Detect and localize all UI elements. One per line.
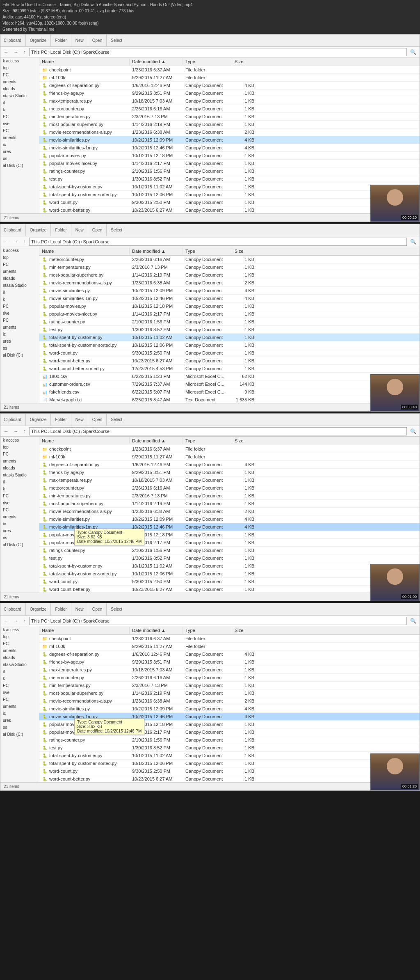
file-row[interactable]: 🐍 movie-similarities.py 10/2/2015 12:09 … xyxy=(39,705,420,713)
up-button[interactable]: ↑ xyxy=(22,49,27,55)
file-row[interactable]: 🐍 movie-similarities-1m.py 10/2/2015 12:… xyxy=(39,144,420,152)
sidebar-item-7[interactable]: k xyxy=(0,485,39,492)
file-row[interactable]: 🐍 meteorcounter.py 2/26/2016 6:16 AM Can… xyxy=(39,256,420,263)
sidebar-item-1[interactable]: top xyxy=(0,444,39,451)
sidebar-item-10[interactable]: PC xyxy=(0,127,39,134)
col-header-name[interactable]: Name xyxy=(39,627,130,634)
col-header-name[interactable]: Name xyxy=(39,248,130,254)
file-row[interactable]: 🐍 word-count.py 9/30/2015 2:50 PM Canopy… xyxy=(39,199,420,206)
sidebar-item-2[interactable]: PC xyxy=(0,71,39,78)
search-button[interactable]: 🔍 xyxy=(409,618,418,624)
file-row[interactable]: 🐍 popular-movies-nicer.py 1/14/2016 2:17… xyxy=(39,310,420,318)
file-row[interactable]: 🐍 test.py 1/30/2016 8:52 PM Canopy Docum… xyxy=(39,744,420,752)
col-header-size[interactable]: Size xyxy=(232,248,257,254)
sidebar-item-2[interactable]: PC xyxy=(0,640,39,647)
file-row[interactable]: 🐍 total-spent-by-customer-sorted.py 10/1… xyxy=(39,341,420,349)
sidebar-item-0[interactable]: k access xyxy=(0,57,39,64)
file-row[interactable]: 📊 customer-orders.csv 7/29/2015 7:37 AM … xyxy=(39,380,420,388)
sidebar-item-5[interactable]: ntasia Studio xyxy=(0,92,39,99)
sidebar-item-12[interactable]: ic xyxy=(0,710,39,717)
file-row[interactable]: 🐍 max-temperatures.py 10/18/2015 7:03 AM… xyxy=(39,97,420,105)
file-row[interactable]: 🐍 word-count-better.py 10/23/2015 6:27 A… xyxy=(39,357,420,365)
file-row[interactable]: 🐍 max-temperatures.py 10/18/2015 7:03 AM… xyxy=(39,476,420,484)
file-row[interactable]: 🐍 word-count.py 9/30/2015 2:50 PM Canopy… xyxy=(39,578,420,586)
up-button[interactable]: ↑ xyxy=(22,428,27,435)
col-header-size[interactable]: Size xyxy=(232,437,257,444)
file-row[interactable]: 🐍 min-temperatures.py 2/3/2016 7:13 PM C… xyxy=(39,113,420,121)
file-row[interactable]: 🐍 total-spent-by-customer.py 10/1/2015 1… xyxy=(39,752,420,760)
file-row[interactable]: 📁 checkpoint 1/23/2016 6:37 AM File fold… xyxy=(39,66,420,74)
sidebar-item-9[interactable]: rive xyxy=(0,310,39,317)
file-row[interactable]: 🐍 test.py 1/30/2016 8:52 PM Canopy Docum… xyxy=(39,326,420,334)
sidebar-item-7[interactable]: k xyxy=(0,675,39,682)
sidebar-item-13[interactable]: ures xyxy=(0,338,39,345)
forward-button[interactable]: → xyxy=(12,428,20,435)
file-row[interactable]: 🐍 total-spent-by-customer-sorted.py 10/1… xyxy=(39,760,420,767)
file-row[interactable]: 🐍 test.py 1/30/2016 8:52 PM Canopy Docum… xyxy=(39,175,420,183)
file-row[interactable]: 📊 fakefriends.csv 6/22/2015 5:07 PM Micr… xyxy=(39,388,420,396)
sidebar-item-14[interactable]: os xyxy=(0,345,39,352)
file-row[interactable]: 🐍 total-spent-by-customer.py 10/1/2015 1… xyxy=(39,334,420,341)
file-row[interactable]: 🐍 meteorcounter.py 2/26/2016 6:16 AM Can… xyxy=(39,674,420,682)
col-header-type[interactable]: Type xyxy=(183,58,232,65)
col-header-date[interactable]: Date modified ▲ xyxy=(130,437,183,444)
back-button[interactable]: ← xyxy=(2,618,10,624)
file-row[interactable]: 📄 Marvel-graph.txt 6/25/2015 8:47 AM Tex… xyxy=(39,396,420,403)
file-row[interactable]: 🐍 degrees-of-separation.py 1/6/2016 12:4… xyxy=(39,650,420,658)
sidebar-item-2[interactable]: PC xyxy=(0,261,39,268)
file-row[interactable]: 🐍 most-popular-superhero.py 1/14/2016 2:… xyxy=(39,689,420,697)
file-row[interactable]: 🐍 min-temperatures.py 2/3/2016 7:13 PM C… xyxy=(39,682,420,689)
breadcrumb[interactable]: This PC › Local Disk (C:) › SparkCourse xyxy=(29,427,407,435)
file-row[interactable]: 🐍 ratings-counter.py 2/10/2016 1:56 PM C… xyxy=(39,318,420,326)
file-row[interactable]: 🐍 movie-recommendations-als.py 1/23/2016… xyxy=(39,697,420,705)
sidebar-item-12[interactable]: ic xyxy=(0,520,39,527)
file-row[interactable]: 🐍 popular-movies-nicer.py 1/14/2016 2:17… xyxy=(39,160,420,167)
sidebar-item-15[interactable]: al Disk (C:) xyxy=(0,352,39,359)
sidebar-item-4[interactable]: nloads xyxy=(0,654,39,661)
sidebar-item-6[interactable]: il xyxy=(0,289,39,296)
sidebar-item-2[interactable]: PC xyxy=(0,451,39,458)
sidebar-item-6[interactable]: il xyxy=(0,668,39,675)
sidebar-item-0[interactable]: k access xyxy=(0,437,39,444)
file-row[interactable]: 🐍 word-count-better.py 10/23/2015 6:27 A… xyxy=(39,206,420,213)
col-header-size[interactable]: Size xyxy=(232,58,257,65)
sidebar-item-5[interactable]: ntasia Studio xyxy=(0,661,39,668)
file-row[interactable]: 🐍 popular-movies.py 10/1/2015 12:18 PM C… xyxy=(39,302,420,310)
search-button[interactable]: 🔍 xyxy=(409,238,418,245)
sidebar-item-8[interactable]: PC xyxy=(0,113,39,120)
file-row[interactable]: 🐍 degrees-of-separation.py 1/6/2016 12:4… xyxy=(39,461,420,469)
sidebar-item-0[interactable]: k access xyxy=(0,626,39,633)
file-row[interactable]: 📁 ml-100k 9/29/2015 11:27 AM File folder xyxy=(39,453,420,461)
breadcrumb[interactable]: This PC › Local Disk (C:) › SparkCourse xyxy=(29,238,407,246)
sidebar-item-4[interactable]: nloads xyxy=(0,275,39,282)
file-row[interactable]: 🐍 most-popular-superhero.py 1/14/2016 2:… xyxy=(39,500,420,508)
file-row[interactable]: 🐍 movie-similarities.py 10/2/2015 12:09 … xyxy=(39,287,420,295)
col-header-name[interactable]: Name xyxy=(39,58,130,65)
col-header-date[interactable]: Date modified ▲ xyxy=(130,627,183,634)
sidebar-item-15[interactable]: al Disk (C:) xyxy=(0,162,39,169)
file-row[interactable]: 📁 ml-100k 9/29/2015 11:27 AM File folder xyxy=(39,643,420,650)
back-button[interactable]: ← xyxy=(2,49,10,55)
file-row[interactable]: 🐍 movie-similarities.py 10/2/2015 12:09 … xyxy=(39,515,420,523)
sidebar-item-10[interactable]: PC xyxy=(0,317,39,324)
sidebar-item-15[interactable]: al Disk (C:) xyxy=(0,541,39,548)
file-row[interactable]: 🐍 word-count-better-sorted.py 12/23/2015… xyxy=(39,365,420,373)
file-row[interactable]: 🐍 word-count.py 9/30/2015 2:50 PM Canopy… xyxy=(39,767,420,775)
file-row[interactable]: 🐍 word-count-better.py 10/23/2015 6:27 A… xyxy=(39,586,420,593)
col-header-size[interactable]: Size xyxy=(232,627,257,634)
file-row[interactable]: 🐍 movie-similarities-1m.py 10/2/2015 12:… xyxy=(39,295,420,302)
sidebar-item-5[interactable]: ntasia Studio xyxy=(0,472,39,479)
file-row[interactable]: 🐍 min-temperatures.py 2/3/2016 7:13 PM C… xyxy=(39,492,420,500)
sidebar-item-11[interactable]: uments xyxy=(0,324,39,331)
sidebar-item-7[interactable]: k xyxy=(0,296,39,303)
file-row[interactable]: 🐍 most-popular-superhero.py 1/14/2016 2:… xyxy=(39,121,420,128)
file-row[interactable]: 🐍 max-temperatures.py 10/18/2015 7:03 AM… xyxy=(39,666,420,674)
file-row[interactable]: 🐍 ratings-counter.py 2/10/2016 1:56 PM C… xyxy=(39,167,420,175)
sidebar-item-8[interactable]: PC xyxy=(0,303,39,310)
file-row[interactable]: 🐍 meteorcounter.py 2/26/2016 6:16 AM Can… xyxy=(39,484,420,492)
sidebar-item-13[interactable]: ures xyxy=(0,148,39,155)
sidebar-item-11[interactable]: uments xyxy=(0,703,39,710)
col-header-date[interactable]: Date modified ▲ xyxy=(130,248,183,254)
file-row[interactable]: 🐍 total-spent-by-customer-sorted.py 10/1… xyxy=(39,570,420,578)
search-button[interactable]: 🔍 xyxy=(409,49,418,55)
